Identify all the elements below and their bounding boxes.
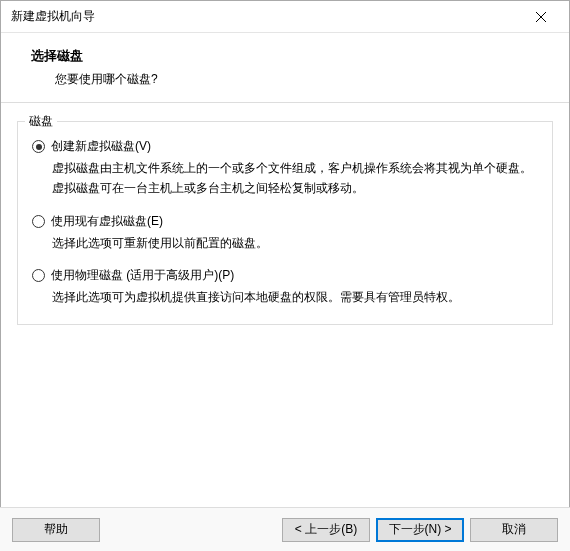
disk-group: 磁盘 创建新虚拟磁盘(V) 虚拟磁盘由主机文件系统上的一个或多个文件组成，客户机… bbox=[17, 121, 553, 325]
help-button[interactable]: 帮助 bbox=[12, 518, 100, 542]
radio-icon bbox=[32, 215, 45, 228]
option-description: 虚拟磁盘由主机文件系统上的一个或多个文件组成，客户机操作系统会将其视为单个硬盘。… bbox=[52, 159, 538, 199]
window-title: 新建虚拟机向导 bbox=[11, 8, 521, 25]
option-use-existing: 使用现有虚拟磁盘(E) 选择此选项可重新使用以前配置的磁盘。 bbox=[32, 213, 538, 254]
page-subtitle: 您要使用哪个磁盘? bbox=[31, 71, 547, 88]
wizard-footer: 帮助 < 上一步(B) 下一步(N) > 取消 bbox=[0, 507, 570, 551]
close-icon bbox=[536, 12, 546, 22]
group-legend: 磁盘 bbox=[25, 113, 57, 130]
option-label: 创建新虚拟磁盘(V) bbox=[51, 138, 151, 155]
page-title: 选择磁盘 bbox=[31, 47, 547, 65]
option-label: 使用现有虚拟磁盘(E) bbox=[51, 213, 163, 230]
radio-use-existing[interactable]: 使用现有虚拟磁盘(E) bbox=[32, 213, 538, 230]
cancel-button[interactable]: 取消 bbox=[470, 518, 558, 542]
content-area: 磁盘 创建新虚拟磁盘(V) 虚拟磁盘由主机文件系统上的一个或多个文件组成，客户机… bbox=[1, 103, 569, 335]
radio-create-new[interactable]: 创建新虚拟磁盘(V) bbox=[32, 138, 538, 155]
option-use-physical: 使用物理磁盘 (适用于高级用户)(P) 选择此选项可为虚拟机提供直接访问本地硬盘… bbox=[32, 267, 538, 308]
titlebar: 新建虚拟机向导 bbox=[1, 1, 569, 33]
next-button[interactable]: 下一步(N) > bbox=[376, 518, 464, 542]
option-description: 选择此选项可为虚拟机提供直接访问本地硬盘的权限。需要具有管理员特权。 bbox=[52, 288, 538, 308]
close-button[interactable] bbox=[521, 3, 561, 31]
wizard-header: 选择磁盘 您要使用哪个磁盘? bbox=[1, 33, 569, 103]
radio-icon bbox=[32, 140, 45, 153]
option-description: 选择此选项可重新使用以前配置的磁盘。 bbox=[52, 234, 538, 254]
back-button[interactable]: < 上一步(B) bbox=[282, 518, 370, 542]
option-label: 使用物理磁盘 (适用于高级用户)(P) bbox=[51, 267, 234, 284]
radio-use-physical[interactable]: 使用物理磁盘 (适用于高级用户)(P) bbox=[32, 267, 538, 284]
radio-icon bbox=[32, 269, 45, 282]
option-create-new: 创建新虚拟磁盘(V) 虚拟磁盘由主机文件系统上的一个或多个文件组成，客户机操作系… bbox=[32, 138, 538, 199]
